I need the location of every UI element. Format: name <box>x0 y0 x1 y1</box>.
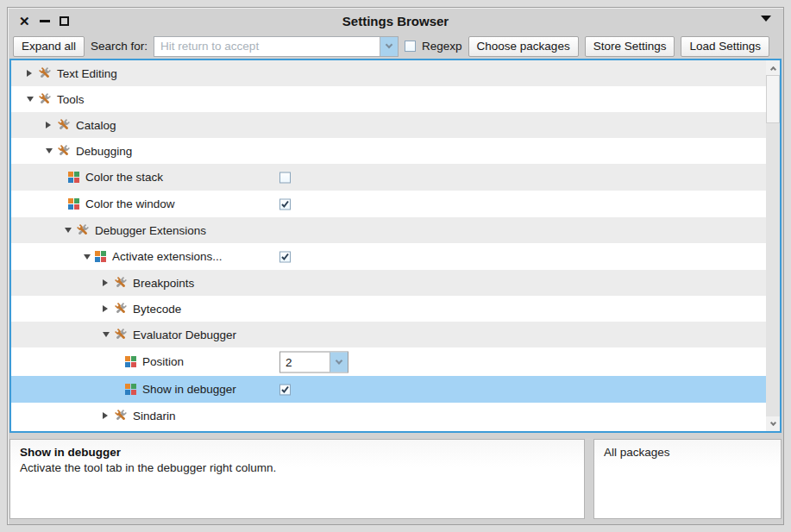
tree-row-position[interactable]: Position2 <box>11 347 766 376</box>
checkbox-show-in-debugger[interactable] <box>279 384 291 395</box>
tree-row-sindarin[interactable]: Sindarin <box>11 403 766 429</box>
wrench-icon <box>114 409 128 422</box>
checkbox-activate-extensions[interactable] <box>279 251 291 262</box>
collapse-arrow-icon[interactable] <box>65 228 76 233</box>
setting-item-icon <box>68 172 79 183</box>
settings-tree: Text EditingToolsCatalogDebuggingColor t… <box>11 60 766 429</box>
setting-description-text: Activate the tool tab in the debugger ri… <box>20 461 574 474</box>
tree-row-text-editing[interactable]: Text Editing <box>11 60 766 86</box>
collapse-arrow-icon[interactable] <box>103 332 114 337</box>
tree-row-bytecode[interactable]: Bytecode <box>11 296 766 322</box>
tree-row-debugging[interactable]: Debugging <box>11 138 766 164</box>
expand-arrow-icon[interactable] <box>46 122 57 128</box>
scrollbar-thumb[interactable] <box>766 75 780 123</box>
window-title: Settings Browser <box>8 14 783 28</box>
tree-row-label: Catalog <box>76 119 116 132</box>
title-bar[interactable]: ✕ Settings Browser <box>8 8 783 34</box>
tree-row-label: Bytecode <box>133 303 181 316</box>
expand-all-button[interactable]: Expand all <box>13 36 85 57</box>
search-field-group <box>154 36 399 57</box>
search-history-button[interactable] <box>380 37 398 56</box>
search-label: Search for: <box>91 40 148 53</box>
checkbox-color-the-window[interactable] <box>279 198 291 210</box>
wrench-icon <box>57 144 71 158</box>
wrench-icon <box>114 328 128 341</box>
dropdown-position[interactable]: 2 <box>279 351 348 372</box>
wrench-icon <box>38 66 52 80</box>
packages-text: All packages <box>604 446 771 459</box>
expand-arrow-icon[interactable] <box>103 279 114 286</box>
tree-row-color-the-stack[interactable]: Color the stack <box>11 164 766 191</box>
tree-row-debugger-extensions[interactable]: Debugger Extensions <box>11 217 766 243</box>
tree-row-label: Color the stack <box>85 171 163 184</box>
bottom-panels: Show in debugger Activate the tool tab i… <box>9 439 782 519</box>
settings-browser-window: ✕ Settings Browser Expand all Search for… <box>7 7 784 525</box>
settings-tree-panel: Text EditingToolsCatalogDebuggingColor t… <box>9 59 782 433</box>
tree-row-breakpoints[interactable]: Breakpoints <box>11 270 766 296</box>
setting-item-icon <box>125 384 136 395</box>
scroll-down-icon[interactable] <box>766 416 780 431</box>
regexp-label: Regexp <box>422 40 462 53</box>
tree-row-label: Position <box>142 355 184 368</box>
expand-arrow-icon[interactable] <box>103 305 114 312</box>
choose-packages-button[interactable]: Choose packages <box>468 36 579 57</box>
dropdown-value: 2 <box>280 355 330 368</box>
collapse-arrow-icon[interactable] <box>84 254 95 260</box>
tree-row-label: Show in debugger <box>142 383 236 396</box>
collapse-arrow-icon[interactable] <box>27 97 38 102</box>
regexp-checkbox[interactable] <box>405 41 416 52</box>
collapse-arrow-icon[interactable] <box>46 148 57 153</box>
tree-row-label: Debugging <box>76 145 132 158</box>
tree-row-catalog[interactable]: Catalog <box>11 112 766 138</box>
tree-row-label: Breakpoints <box>133 277 194 290</box>
toolbar: Expand all Search for: Regexp Choose pac… <box>8 34 783 59</box>
load-settings-button[interactable]: Load Settings <box>681 36 769 57</box>
setting-description-panel: Show in debugger Activate the tool tab i… <box>9 439 585 519</box>
tree-row-label: Activate extensions... <box>112 250 223 263</box>
chevron-down-icon <box>386 41 392 48</box>
setting-item-icon <box>95 251 106 262</box>
wrench-icon <box>114 276 128 290</box>
tree-row-label: Evaluator Debugger <box>133 329 236 341</box>
wrench-icon <box>76 223 90 237</box>
expand-arrow-icon[interactable] <box>27 70 38 77</box>
expand-arrow-icon[interactable] <box>103 412 114 419</box>
setting-item-icon <box>125 356 136 367</box>
tree-row-label: Text Editing <box>57 67 117 80</box>
window-menu-icon[interactable] <box>761 16 771 22</box>
tree-row-tools[interactable]: Tools <box>11 86 766 112</box>
setting-description-title: Show in debugger <box>20 446 574 459</box>
packages-panel: All packages <box>593 439 782 519</box>
tree-row-evaluator-debugger[interactable]: Evaluator Debugger <box>11 322 766 347</box>
tree-row-show-in-debugger[interactable]: Show in debugger <box>11 376 766 403</box>
tree-row-color-the-window[interactable]: Color the window <box>11 191 766 217</box>
search-input[interactable] <box>154 37 380 56</box>
scroll-up-icon[interactable] <box>766 60 780 75</box>
tree-row-activate-extensions[interactable]: Activate extensions... <box>11 243 766 270</box>
wrench-icon <box>114 302 128 316</box>
setting-item-icon <box>68 198 79 210</box>
store-settings-button[interactable]: Store Settings <box>585 36 675 57</box>
wrench-icon <box>57 118 71 132</box>
chevron-down-icon[interactable] <box>330 352 348 372</box>
scrollbar[interactable] <box>766 60 780 431</box>
tree-row-label: Tools <box>57 93 85 106</box>
wrench-icon <box>38 92 52 106</box>
tree-row-label: Debugger Extensions <box>95 224 206 237</box>
tree-row-label: Color the window <box>85 197 175 210</box>
tree-row-label: Sindarin <box>133 410 176 422</box>
checkbox-color-the-stack[interactable] <box>279 172 291 183</box>
